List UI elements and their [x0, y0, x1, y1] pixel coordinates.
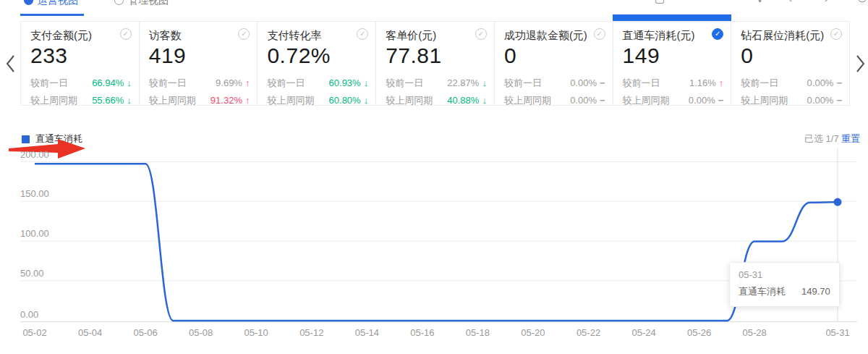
tooltip-date: 05-31 — [739, 268, 830, 282]
svg-text:05-08: 05-08 — [189, 327, 213, 338]
svg-text:150.00: 150.00 — [20, 188, 49, 199]
svg-text:50.00: 50.00 — [20, 268, 44, 279]
svg-text:05-06: 05-06 — [133, 327, 157, 338]
svg-text:05-04: 05-04 — [78, 327, 102, 338]
svg-text:0.00: 0.00 — [20, 309, 38, 320]
svg-text:05-02: 05-02 — [22, 327, 46, 338]
svg-text:05-24: 05-24 — [631, 327, 655, 338]
svg-text:05-31: 05-31 — [825, 327, 849, 338]
svg-text:05-14: 05-14 — [355, 327, 379, 338]
chart-tooltip: 05-31 直通车消耗 149.70 — [729, 262, 840, 307]
svg-text:05-16: 05-16 — [410, 327, 434, 338]
svg-text:05-28: 05-28 — [743, 327, 767, 338]
svg-text:200.00: 200.00 — [20, 149, 49, 160]
svg-text:05-20: 05-20 — [521, 327, 545, 338]
svg-text:05-10: 05-10 — [244, 327, 268, 338]
svg-text:05-12: 05-12 — [299, 327, 323, 338]
svg-text:05-26: 05-26 — [687, 327, 711, 338]
tooltip-series-label: 直通车消耗 — [739, 284, 786, 300]
svg-text:05-22: 05-22 — [576, 327, 600, 338]
svg-text:05-18: 05-18 — [466, 327, 490, 338]
tooltip-value: 149.70 — [786, 284, 830, 300]
svg-text:100.00: 100.00 — [20, 228, 49, 239]
dashboard-page: 运营视图 管理视图 ▢ ⋯ ∨ ‹ › ◯ ✓ 支付金额(元) 233 较前一日… — [0, 0, 868, 354]
